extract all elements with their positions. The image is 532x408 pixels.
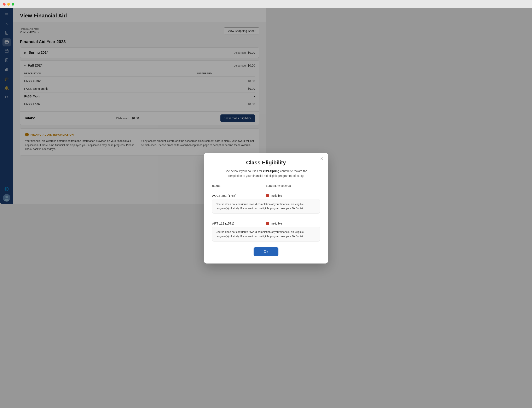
modal-course-header-1: ACCT 201 (1753) Ineligible [212, 192, 266, 199]
close-button[interactable] [3, 3, 6, 6]
modal-col-class: CLASS [212, 185, 266, 187]
subtitle-term: 2024 Spring [263, 169, 266, 173]
modal-table-header: CLASS ELIGIBILITY STATUS [212, 183, 266, 189]
subtitle-prefix: See below if your courses for [225, 169, 263, 173]
maximize-button[interactable] [12, 3, 14, 6]
minimize-button[interactable] [7, 3, 10, 6]
class-eligibility-modal: ✕ Class Eligibility See below if your co… [204, 153, 266, 204]
modal-subtitle: See below if your courses for 2024 Sprin… [212, 169, 266, 178]
modal-overlay[interactable]: ✕ Class Eligibility See below if your co… [0, 8, 266, 204]
course-name-1: ACCT 201 (1753) [212, 194, 266, 197]
modal-course-row-1: ACCT 201 (1753) Ineligible Course does n… [212, 192, 266, 204]
modal-title: Class Eligibility [212, 159, 266, 166]
app-window: ☰ ⌂ [0, 0, 266, 204]
course-note-1: Course does not contribute toward comple… [212, 199, 266, 204]
titlebar [0, 0, 266, 8]
